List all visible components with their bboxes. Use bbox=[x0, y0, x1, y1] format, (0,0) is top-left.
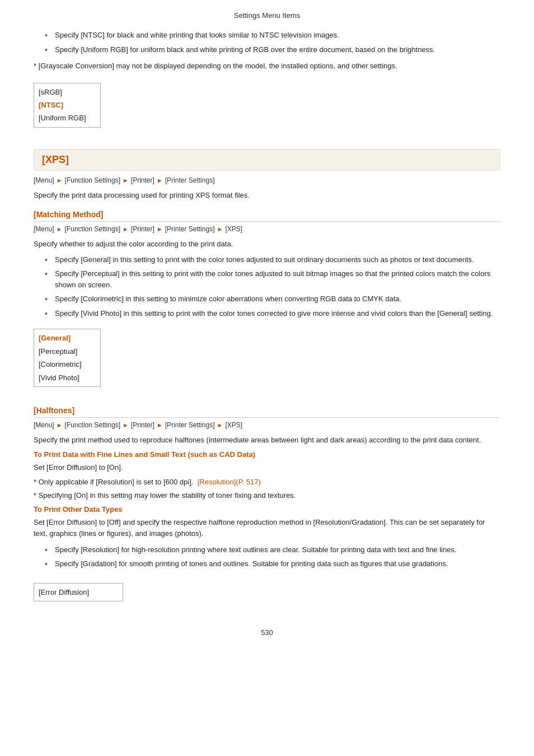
matching-method-header: [Matching Method] bbox=[34, 210, 500, 222]
matching-method-description: Specify whether to adjust the color acco… bbox=[34, 239, 500, 250]
fine-lines-note1-text: * Only applicable if [Resolution] is set… bbox=[34, 478, 193, 486]
xps-breadcrumb-arrow-1: ► bbox=[57, 177, 63, 184]
ot-bullet-2: Specify [Gradation] for smooth printing … bbox=[45, 558, 500, 570]
xps-breadcrumb-printer-settings: [Printer Settings] bbox=[165, 176, 215, 184]
ht-arrow-3: ► bbox=[157, 422, 163, 428]
intro-bullet-list: Specify [NTSC] for black and white print… bbox=[45, 30, 500, 55]
ht-arrow-4: ► bbox=[217, 422, 223, 428]
grayscale-option-uniform-rgb[interactable]: [Uniform RGB] bbox=[39, 111, 96, 124]
halftones-breadcrumb: [Menu] ► [Function Settings] ► [Printer]… bbox=[34, 421, 500, 429]
halftones-title: [Halftones] bbox=[34, 406, 74, 415]
mm-bullet-1: Specify [General] in this setting to pri… bbox=[45, 254, 500, 265]
xps-breadcrumb-arrow-2: ► bbox=[123, 177, 129, 184]
grayscale-note: * [Grayscale Conversion] may not be disp… bbox=[34, 60, 500, 72]
mm-bullet-4: Specify [Vivid Photo] in this setting to… bbox=[45, 308, 500, 319]
halftones-header: [Halftones] bbox=[34, 406, 500, 418]
xps-section-title: [XPS] bbox=[42, 154, 69, 165]
fine-lines-text: Set [Error Diffusion] to [On]. bbox=[34, 462, 500, 473]
intro-bullet-2: Specify [Uniform RGB] for uniform black … bbox=[45, 44, 500, 55]
fine-lines-note1: * Only applicable if [Resolution] is set… bbox=[34, 477, 500, 488]
ht-breadcrumb-function: [Function Settings] bbox=[65, 421, 120, 429]
matching-method-breadcrumb: [Menu] ► [Function Settings] ► [Printer]… bbox=[34, 225, 500, 233]
grayscale-option-ntsc[interactable]: [NTSC] bbox=[39, 99, 96, 111]
grayscale-option-srgb[interactable]: [sRGB] bbox=[39, 86, 96, 99]
xps-description: Specify the print data processing used f… bbox=[34, 190, 500, 201]
xps-breadcrumb-printer: [Printer] bbox=[131, 176, 154, 184]
matching-method-dropdown[interactable]: [General] [Perceptual] [Colorimetric] [V… bbox=[34, 329, 101, 387]
page-title: Settings Menu Items bbox=[34, 11, 500, 20]
page-number: 530 bbox=[34, 628, 500, 637]
xps-breadcrumb-function: [Function Settings] bbox=[65, 176, 120, 184]
mm-option-colorimetric[interactable]: [Colorimetric] bbox=[39, 358, 96, 371]
fine-lines-heading: To Print Data with Fine Lines and Small … bbox=[34, 450, 500, 459]
ht-arrow-1: ► bbox=[57, 422, 63, 428]
xps-breadcrumb-arrow-3: ► bbox=[157, 177, 163, 184]
mm-option-perceptual[interactable]: [Perceptual] bbox=[39, 345, 96, 358]
ht-option-error-diffusion[interactable]: [Error Diffusion] bbox=[39, 586, 118, 599]
halftones-description: Specify the print method used to reprodu… bbox=[34, 435, 500, 446]
mm-breadcrumb-xps: [XPS] bbox=[225, 225, 242, 233]
matching-method-bullet-list: Specify [General] in this setting to pri… bbox=[45, 254, 500, 319]
other-types-heading: To Print Other Data Types bbox=[34, 505, 500, 514]
mm-arrow-4: ► bbox=[217, 226, 223, 232]
mm-breadcrumb-function: [Function Settings] bbox=[65, 225, 120, 233]
ht-breadcrumb-printer: [Printer] bbox=[131, 421, 154, 429]
other-types-bullet-list: Specify [Resolution] for high-resolution… bbox=[45, 544, 500, 570]
matching-method-title: [Matching Method] bbox=[34, 210, 103, 219]
mm-arrow-2: ► bbox=[123, 226, 129, 232]
xps-breadcrumb: [Menu] ► [Function Settings] ► [Printer]… bbox=[34, 176, 500, 184]
intro-bullet-1: Specify [NTSC] for black and white print… bbox=[45, 30, 500, 41]
grayscale-dropdown[interactable]: [sRGB] [NTSC] [Uniform RGB] bbox=[34, 83, 101, 128]
xps-breadcrumb-menu: [Menu] bbox=[34, 176, 54, 184]
mm-breadcrumb-printer-settings: [Printer Settings] bbox=[165, 225, 215, 233]
mm-option-general[interactable]: [General] bbox=[39, 332, 96, 344]
ot-bullet-1: Specify [Resolution] for high-resolution… bbox=[45, 544, 500, 556]
mm-arrow-3: ► bbox=[157, 226, 163, 232]
mm-bullet-3: Specify [Colorimetric] in this setting t… bbox=[45, 293, 500, 305]
mm-arrow-1: ► bbox=[57, 226, 63, 232]
mm-option-vivid-photo[interactable]: [Vivid Photo] bbox=[39, 371, 96, 384]
mm-breadcrumb-printer: [Printer] bbox=[131, 225, 154, 233]
ht-breadcrumb-menu: [Menu] bbox=[34, 421, 54, 429]
mm-breadcrumb-menu: [Menu] bbox=[34, 225, 54, 233]
fine-lines-note2: * Specifying [On] in this setting may lo… bbox=[34, 490, 500, 501]
mm-bullet-2: Specify [Perceptual] in this setting to … bbox=[45, 268, 500, 290]
xps-section-header: [XPS] bbox=[34, 149, 500, 171]
ht-breadcrumb-printer-settings: [Printer Settings] bbox=[165, 421, 215, 429]
ht-breadcrumb-xps: [XPS] bbox=[225, 421, 242, 429]
other-types-text: Set [Error Diffusion] to [Off] and speci… bbox=[34, 517, 500, 539]
ht-arrow-2: ► bbox=[123, 422, 129, 428]
resolution-link[interactable]: [Resolution](P. 517) bbox=[198, 478, 261, 486]
halftones-dropdown[interactable]: [Error Diffusion] bbox=[34, 583, 123, 601]
